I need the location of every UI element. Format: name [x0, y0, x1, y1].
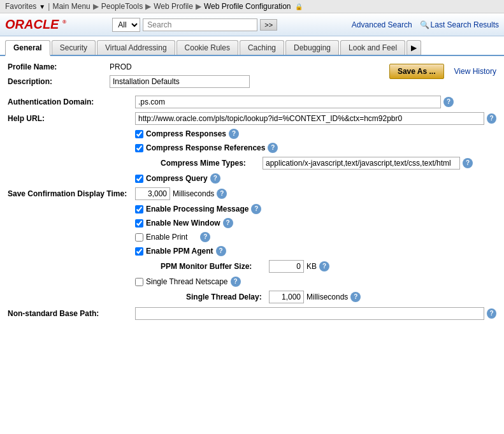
save-confirm-units: Milliseconds — [173, 189, 214, 198]
ppm-buffer-units: KB — [306, 262, 317, 271]
last-search-link[interactable]: 🔍Last Search Results — [420, 20, 499, 29]
compress-references-row: Compress Response References ? — [8, 143, 496, 153]
view-history-link[interactable]: View History — [454, 67, 496, 76]
enable-ppm-row: Enable PPM Agent ? — [8, 246, 496, 256]
single-thread-delay-input[interactable] — [269, 291, 304, 303]
compress-references-help-icon[interactable]: ? — [268, 143, 278, 153]
enable-print-checkbox[interactable] — [135, 233, 143, 242]
profile-name-label: Profile Name: — [8, 62, 110, 71]
ppm-buffer-input[interactable] — [269, 260, 304, 273]
save-confirm-label: Save Confirmation Display Time: — [8, 189, 135, 198]
nav-main-menu[interactable]: Main Menu — [52, 2, 90, 11]
nonstandard-path-input[interactable] — [135, 307, 484, 320]
auth-domain-input[interactable] — [135, 96, 441, 108]
enable-processing-row: Enable Processing Message ? — [8, 204, 496, 214]
tabs-bar: General Security Virtual Addressing Cook… — [0, 36, 504, 56]
save-as-button[interactable]: Save As ... — [389, 64, 444, 79]
description-row: Description: — [8, 75, 389, 88]
compress-references-label: Compress Response References — [146, 143, 265, 152]
compress-responses-row: Compress Responses ? — [8, 129, 496, 139]
nav-favorites[interactable]: Favorites — [5, 2, 36, 11]
compress-mime-help-icon[interactable]: ? — [463, 158, 473, 168]
single-thread-checkbox[interactable] — [135, 278, 143, 286]
nonstandard-path-help-icon[interactable]: ? — [487, 308, 496, 319]
enable-print-row: Enable Print ? — [8, 232, 496, 242]
enable-processing-label: Enable Processing Message — [146, 205, 248, 213]
compress-responses-label: Compress Responses — [146, 129, 226, 138]
compress-mime-input[interactable] — [263, 157, 460, 170]
save-confirm-input[interactable] — [135, 187, 170, 200]
save-confirm-row: Save Confirmation Display Time: Millisec… — [8, 187, 496, 200]
compress-responses-checkbox[interactable] — [135, 130, 143, 138]
enable-new-window-help-icon[interactable]: ? — [223, 218, 233, 228]
tab-look-and-feel[interactable]: Look and Feel — [340, 40, 405, 55]
save-confirm-help-icon[interactable]: ? — [217, 189, 227, 199]
tab-caching[interactable]: Caching — [240, 40, 284, 55]
single-thread-row: Single Thread Netscape ? — [8, 277, 496, 287]
single-thread-label: Single Thread Netscape — [146, 277, 228, 286]
auth-domain-label: Authentication Domain: — [8, 98, 135, 106]
search-input[interactable] — [143, 18, 257, 31]
nav-peopletools[interactable]: PeopleTools — [101, 2, 143, 11]
description-label: Description: — [8, 77, 110, 86]
tab-more-button[interactable]: ▶ — [407, 40, 421, 55]
single-thread-delay-units: Milliseconds — [306, 293, 348, 301]
help-url-input[interactable] — [135, 112, 484, 125]
search-icon: 🔍 — [420, 20, 429, 29]
compress-query-row: Compress Query ? — [8, 173, 496, 184]
oracle-logo: ORACLE ® — [5, 17, 66, 32]
header-bar: ORACLE ® All >> Advanced Search 🔍Last Se… — [0, 13, 504, 36]
compress-responses-help-icon[interactable]: ? — [229, 129, 239, 139]
compress-query-checkbox[interactable] — [135, 175, 143, 183]
profile-name-value: PROD — [110, 62, 132, 71]
search-type-select[interactable]: All — [112, 18, 140, 32]
compress-mime-label: Compress Mime Types: — [161, 159, 263, 168]
single-thread-delay-label: Single Thread Delay: — [186, 293, 269, 301]
content-area: Profile Name: PROD Description: Save As … — [0, 56, 504, 330]
single-thread-help-icon[interactable]: ? — [231, 277, 241, 287]
auth-domain-help-icon[interactable]: ? — [443, 97, 454, 107]
single-thread-delay-help-icon[interactable]: ? — [350, 292, 361, 302]
compress-query-help-icon[interactable]: ? — [210, 173, 220, 184]
search-area: All >> — [112, 18, 277, 32]
ppm-buffer-label: PPM Monitor Buffer Size: — [161, 262, 269, 271]
single-thread-delay-row: Single Thread Delay: Milliseconds ? — [8, 291, 496, 303]
top-nav-bar: Favorites ▼ | Main Menu ▶ PeopleTools ▶ … — [0, 0, 504, 13]
tab-virtual-addressing[interactable]: Virtual Addressing — [97, 40, 175, 55]
nonstandard-path-row: Non-standard Base Path: ? — [8, 307, 496, 320]
enable-ppm-help-icon[interactable]: ? — [216, 246, 226, 256]
enable-new-window-row: Enable New Window ? — [8, 218, 496, 228]
enable-ppm-label: Enable PPM Agent — [146, 247, 213, 256]
auth-domain-row: Authentication Domain: ? — [8, 96, 496, 108]
enable-print-label: Enable Print — [146, 233, 187, 242]
profile-name-row: Profile Name: PROD — [8, 62, 389, 71]
tab-debugging[interactable]: Debugging — [285, 40, 339, 55]
tab-general[interactable]: General — [5, 40, 50, 56]
description-input[interactable] — [110, 75, 250, 88]
ppm-buffer-row: PPM Monitor Buffer Size: KB ? — [8, 260, 496, 273]
nav-web-profile[interactable]: Web Profile — [154, 2, 193, 11]
ppm-buffer-help-icon[interactable]: ? — [319, 261, 329, 271]
search-go-button[interactable]: >> — [260, 19, 277, 31]
compress-mime-row: Compress Mime Types: ? — [8, 157, 496, 170]
enable-ppm-checkbox[interactable] — [135, 247, 143, 256]
nav-current-page: Web Profile Configuration — [204, 2, 291, 11]
enable-new-window-checkbox[interactable] — [135, 219, 143, 228]
compress-query-label: Compress Query — [146, 174, 208, 183]
enable-print-help-icon[interactable]: ? — [200, 232, 210, 242]
tab-cookie-rules[interactable]: Cookie Rules — [176, 40, 238, 55]
compress-references-checkbox[interactable] — [135, 144, 143, 152]
help-url-help-icon[interactable]: ? — [487, 113, 496, 124]
tab-security[interactable]: Security — [52, 40, 96, 55]
advanced-search-link[interactable]: Advanced Search — [352, 20, 412, 29]
enable-new-window-label: Enable New Window — [146, 219, 220, 228]
enable-processing-help-icon[interactable]: ? — [251, 204, 261, 214]
nonstandard-path-label: Non-standard Base Path: — [8, 309, 135, 318]
help-url-row: Help URL: ? — [8, 112, 496, 125]
help-url-label: Help URL: — [8, 114, 135, 123]
enable-processing-checkbox[interactable] — [135, 205, 143, 213]
header-links: Advanced Search 🔍Last Search Results — [352, 20, 499, 29]
